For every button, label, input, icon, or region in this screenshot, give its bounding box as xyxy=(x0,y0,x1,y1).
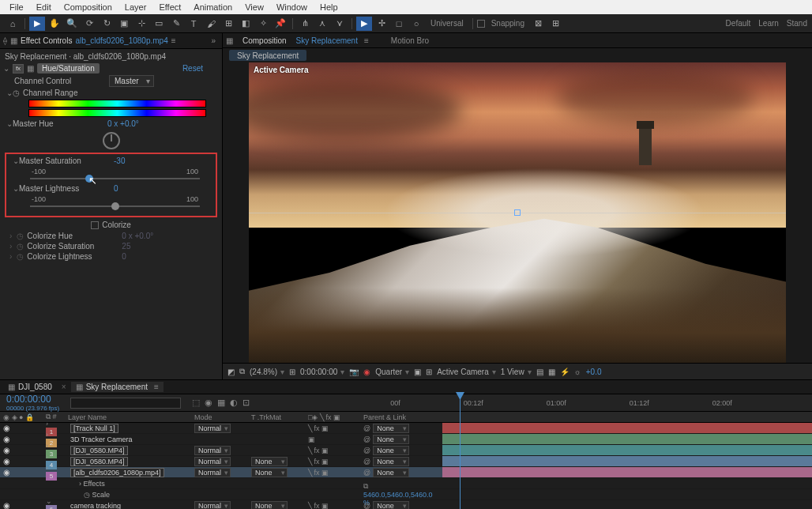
lightness-slider-thumb[interactable] xyxy=(111,202,119,210)
col-trkmat[interactable]: T .TrkMat xyxy=(248,413,305,421)
layer-bar[interactable] xyxy=(442,423,812,433)
pickwhip-icon[interactable]: @ xyxy=(363,502,370,510)
pickwhip-icon[interactable]: @ xyxy=(363,435,370,443)
home-icon[interactable]: ⌂ xyxy=(5,17,21,31)
tab-menu-icon[interactable]: ≡ xyxy=(364,36,369,45)
saturation-slider[interactable] xyxy=(30,178,200,179)
timeline-search-input[interactable] xyxy=(70,398,181,409)
snap-option2-icon[interactable]: ⊞ xyxy=(548,17,564,31)
panel-lock-icon[interactable]: ⟠ xyxy=(3,36,7,45)
move-tool-icon[interactable]: ✢ xyxy=(374,17,389,31)
master-hue-collapse-icon[interactable]: ⌄ xyxy=(6,119,13,128)
layer-row[interactable]: ◉⌄6camera trackingNormalNone╲ fx ▣@None xyxy=(0,500,812,509)
workspace-default[interactable]: Default xyxy=(726,19,751,28)
menu-file[interactable]: File xyxy=(3,2,30,12)
hand-tool-icon[interactable]: ✋ xyxy=(47,17,62,31)
parent-dropdown[interactable]: None xyxy=(373,424,409,433)
mode-dropdown[interactable]: Normal xyxy=(194,501,231,510)
timeline-tab-sky[interactable]: ▦ Sky Replacement ≡ xyxy=(71,382,164,392)
menu-animation[interactable]: Animation xyxy=(187,2,239,12)
sublayer-scale[interactable]: ◷ Scale⧉ 5460.0,5460.0,5460.0 % xyxy=(0,489,812,500)
type-tool-icon[interactable]: T xyxy=(186,17,201,31)
layer-switches[interactable]: ╲ fx ▣ xyxy=(308,469,357,477)
menu-composition[interactable]: Composition xyxy=(58,2,118,12)
rotate-tool-icon[interactable]: ↻ xyxy=(99,17,115,31)
layer-switches[interactable]: ▣ xyxy=(308,435,357,443)
effect-collapse-icon[interactable]: ⌄ xyxy=(3,64,9,73)
composition-viewer[interactable]: Active Camera xyxy=(223,62,812,363)
tl-icon-1[interactable]: ⬚ xyxy=(192,398,200,408)
snapping-checkbox[interactable] xyxy=(477,20,485,28)
pixel-icon[interactable]: ▦ xyxy=(548,368,555,376)
colorize-checkbox[interactable] xyxy=(91,221,99,229)
effect-controls-tab[interactable]: Effect Controls xyxy=(17,36,75,45)
pickwhip-icon[interactable]: @ xyxy=(363,447,370,454)
trkmat-dropdown[interactable]: None xyxy=(251,468,288,477)
playhead[interactable] xyxy=(460,392,461,509)
menu-view[interactable]: View xyxy=(239,2,270,12)
channel-range-collapse-icon[interactable]: ⌄ xyxy=(6,89,13,97)
timeline-ruler[interactable]: 00f 00:12f 01:00f 01:12f 02:00f xyxy=(382,399,812,407)
layer-switches[interactable]: ╲ fx ▣ xyxy=(308,424,357,432)
pickwhip-icon[interactable]: @ xyxy=(363,469,370,477)
rect-tool-icon[interactable]: ▭ xyxy=(151,17,167,31)
draft-icon[interactable]: ▤ xyxy=(536,368,543,376)
stamp-tool-icon[interactable]: ⊞ xyxy=(220,17,236,31)
col-layer-name[interactable]: Layer Name xyxy=(65,413,191,421)
eraser-tool-icon[interactable]: ◧ xyxy=(238,17,254,31)
layer-name[interactable]: [Track Null 1] xyxy=(70,424,118,433)
stopwatch-icon[interactable]: ◷ xyxy=(13,89,20,97)
zoom-tool-icon[interactable]: 🔍 xyxy=(64,17,80,31)
eye-icon[interactable]: ◉ xyxy=(3,435,10,443)
tl-icon-4[interactable]: ◐ xyxy=(230,398,238,408)
layer-switches[interactable]: ╲ fx ▣ xyxy=(308,458,357,466)
zoom-dropdown[interactable]: (24.8%) xyxy=(250,368,284,376)
mode-tool-icon[interactable]: ▶ xyxy=(356,17,372,31)
eye-icon[interactable]: ◉ xyxy=(3,501,10,509)
saturation-slider-thumb[interactable] xyxy=(85,175,93,183)
hue-gradient-bottom[interactable] xyxy=(28,109,206,117)
anchor-tool-icon[interactable]: ⊹ xyxy=(133,17,149,31)
trkmat-dropdown[interactable]: None xyxy=(251,501,288,510)
parent-dropdown[interactable]: None xyxy=(373,468,409,477)
circle-tool-icon[interactable]: ○ xyxy=(408,17,424,31)
puppet-tool-icon[interactable]: 📌 xyxy=(273,17,288,31)
pen-tool-icon[interactable]: ✎ xyxy=(168,17,184,31)
layer-name[interactable]: [DJI_0580.MP4] xyxy=(70,446,128,455)
parent-dropdown[interactable]: None xyxy=(373,435,409,444)
camera-tool-icon[interactable]: ▣ xyxy=(116,17,132,31)
mode-dropdown[interactable]: Normal xyxy=(194,468,231,477)
fast-icon[interactable]: ⚡ xyxy=(560,368,570,376)
eye-icon[interactable]: ◉ xyxy=(3,424,10,432)
parent-dropdown[interactable]: None xyxy=(373,446,409,455)
tl-icon-3[interactable]: ▦ xyxy=(217,398,225,408)
pickwhip-icon[interactable]: @ xyxy=(363,458,370,466)
menu-effect[interactable]: Effect xyxy=(152,2,187,12)
trkmat-dropdown[interactable]: None xyxy=(251,457,288,466)
axis3-tool-icon[interactable]: ⋎ xyxy=(332,17,348,31)
eye-icon[interactable]: ◉ xyxy=(3,446,10,454)
effect-reset-link[interactable]: Reset xyxy=(182,64,203,73)
exposure-icon[interactable]: ☼ xyxy=(574,368,581,376)
region-icon[interactable]: ▣ xyxy=(414,368,421,376)
exposure-value[interactable]: +0.0 xyxy=(586,368,602,376)
layer-switches[interactable]: ╲ fx ▣ xyxy=(308,502,357,510)
mode-dropdown[interactable]: Normal xyxy=(194,424,231,433)
selection-tool-icon[interactable]: ▶ xyxy=(29,17,45,31)
parent-dropdown[interactable]: None xyxy=(373,457,409,466)
comp-breadcrumb[interactable]: Sky Replacement xyxy=(229,50,306,61)
eye-icon[interactable]: ◉ xyxy=(3,468,10,477)
master-lightness-value[interactable]: 0 xyxy=(114,184,118,193)
snapshot-icon[interactable]: 📷 xyxy=(349,368,359,376)
panel-close-icon[interactable]: » xyxy=(208,36,219,45)
timeline-timecode[interactable]: 0:00:00:00 xyxy=(6,394,59,405)
layer-name[interactable]: camera tracking xyxy=(70,502,121,510)
col-parent[interactable]: Parent & Link xyxy=(360,413,439,421)
stopwatch-icon[interactable]: ◷ xyxy=(84,491,90,499)
roto-tool-icon[interactable]: ✧ xyxy=(255,17,271,31)
view-dropdown[interactable]: 1 View xyxy=(501,368,532,376)
alpha-icon[interactable]: ◩ xyxy=(227,368,235,376)
tl-icon-5[interactable]: ⊡ xyxy=(242,398,250,408)
layer-bar[interactable] xyxy=(442,467,812,477)
mode-dropdown[interactable]: Normal xyxy=(194,446,231,455)
